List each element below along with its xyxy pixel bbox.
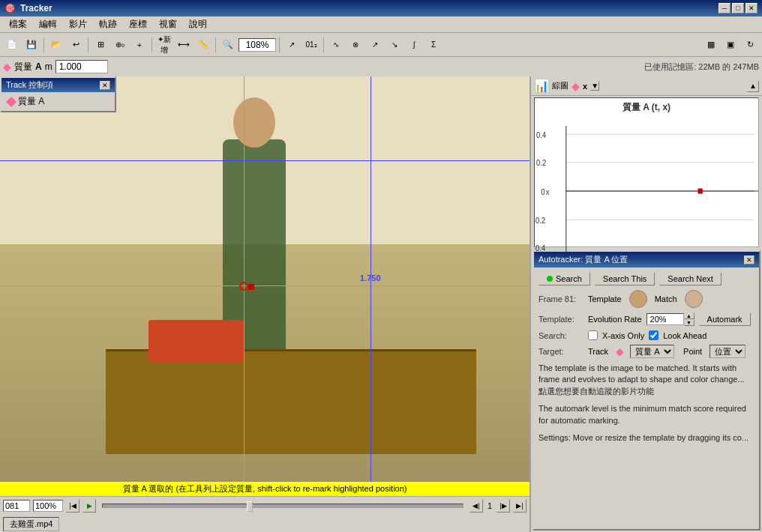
player-play[interactable]: ▶ [82,499,96,513]
template-section-label: Template: [538,315,584,324]
video-image: 1.750 [0,76,530,496]
menu-help[interactable]: 說明 [183,16,213,32]
template-row: Template: Evolution Rate ▲ ▼ Automark [538,312,754,326]
menu-edit[interactable]: 編輯 [33,16,63,32]
point-label: Point [683,347,702,356]
graph-collapse[interactable]: ▲ [747,80,759,92]
toolbar-sep5 [279,37,280,52]
minimize-button[interactable]: ─ [718,3,730,13]
toolbar-tape[interactable]: 📏 [194,36,212,54]
title-bar-text: Tracker [20,3,718,13]
toolbar-right1[interactable]: ▦ [702,36,720,54]
spin-down[interactable]: ▼ [684,319,694,326]
automark-button[interactable]: Automark [699,312,751,326]
toolbar-save[interactable]: 💾 [22,36,40,54]
maximize-button[interactable]: □ [732,3,744,13]
graph-title: 質量 A (t, x) [535,98,758,117]
xaxis-checkbox[interactable] [588,330,598,340]
main-area: Track 控制項 ✕ 質量 A [0,76,762,532]
menu-video[interactable]: 影片 [63,16,93,32]
autotracker-panel: Autotracker: 質量 A 位置 ✕ Search Search Thi… [532,250,760,531]
vertical-crosshair-blue [370,76,371,496]
search-options-row: Search: X-axis Only Look Ahead [538,330,754,340]
target-label: Target: [538,347,584,356]
menu-window[interactable]: 視窗 [153,16,183,32]
toolbar-refresh[interactable]: ↻ [741,36,759,54]
filename-tag: 去雞蛋.mp4 [3,517,59,531]
svg-text:0: 0 [541,187,545,196]
toolbar-new[interactable]: 📄 [3,36,21,54]
player-next-frame[interactable]: |▶ [496,499,510,513]
scrubber-handle[interactable] [247,501,253,512]
toolbar-axes[interactable]: + [130,36,148,54]
mass-select[interactable]: 質量 A [630,345,674,358]
track-header: ◆ 質量 A m 已使用記憶區: 22MB 的 247MB [0,57,762,76]
toolbar-curve5[interactable]: ∫ [405,36,423,54]
autotracker-desc3: Settings: Move or resize the template by… [538,432,754,444]
search-button[interactable]: Search [538,272,590,285]
video-panel: Track 控制項 ✕ 質量 A [0,76,530,532]
toolbar-sep1 [44,37,44,52]
toolbar-grid[interactable]: ⊞ [92,36,110,54]
search-this-button[interactable]: Search This [595,272,656,285]
menu-track[interactable]: 軌跡 [93,16,123,32]
track-control-close[interactable]: ✕ [100,81,110,90]
search-buttons-row: Search Search This Search Next [538,272,754,285]
track-control-title: Track 控制項 [6,79,53,91]
spin-up[interactable]: ▲ [684,312,694,319]
svg-text:0.4: 0.4 [536,130,547,139]
player-skip-end[interactable]: ▶| [513,499,526,513]
toolbar-curve3[interactable]: ↗ [366,36,384,54]
header-diamond-icon: ◆ [3,61,11,73]
toolbar-open[interactable]: 📂 [47,36,65,54]
search-next-button[interactable]: Search Next [659,272,722,285]
graph-dropdown[interactable]: ▼ [590,81,599,91]
autotracker-desc2: The automark level is the minimum match … [538,403,754,426]
title-bar: 🎯 Tracker ─ □ ✕ [0,0,762,16]
toolbar-sep2 [88,37,88,52]
player-zoom-input[interactable] [33,500,63,512]
lookahead-checkbox[interactable] [649,330,658,340]
mass-input[interactable] [56,60,108,73]
track-header-m: m [45,61,52,72]
scrubber-track[interactable] [102,504,464,508]
toolbar-sep4 [215,37,216,52]
svg-text:0.2: 0.2 [536,159,547,168]
toolbar-curve6[interactable]: Σ [424,36,442,54]
svg-rect-13 [698,189,702,194]
frame-input[interactable] [3,500,30,512]
toolbar-calibrate[interactable]: ⟷ [175,36,193,54]
track-marker-square [248,284,254,290]
pos-select[interactable]: 位置 [710,345,746,358]
graph-header: 📊 綜圖 ◆ x ▼ ▲ [531,76,762,96]
frame-row: Frame 81: Template Match [538,290,754,308]
track-header-label1: 質量 [14,61,32,73]
toolbar-zoom[interactable]: 🔍 [219,36,237,54]
toolbar-new-mass[interactable]: ✦新增 [155,36,173,54]
track-item-massA[interactable]: 質量 A [2,92,115,111]
toolbar-curve2[interactable]: ⊗ [346,36,364,54]
toolbar-mass[interactable]: ⊕₀ [111,36,129,54]
zoom-display: 108% [238,38,276,52]
graph-svg: 0.4 0.2 0 -0.2 -0.4 x [535,117,758,265]
track-marker-circle [239,282,248,291]
graph-diamond-icon: ◆ [572,80,580,92]
toolbar-curve4[interactable]: ↘ [386,36,404,54]
evolution-input[interactable] [646,313,684,325]
player-skip-start[interactable]: |◀ [66,499,80,513]
player-prev-frame[interactable]: ◀| [470,499,483,513]
toolbar-right2[interactable]: ▣ [722,36,740,54]
horizontal-crosshair [0,285,530,286]
toolbar-motion2[interactable]: 01₂ [302,36,320,54]
toolbar: 📄 💾 📂 ↩ ⊞ ⊕₀ + ✦新增 ⟷ 📏 🔍 108% ↗ 01₂ ∿ ⊗ … [0,33,762,57]
autotracker-desc1: The template is the image to be matched.… [538,363,754,397]
menu-coords[interactable]: 座標 [123,16,153,32]
video-canvas[interactable]: 1.750 [0,76,530,496]
close-button[interactable]: ✕ [746,3,758,13]
toolbar-motion1[interactable]: ↗ [283,36,301,54]
evolution-label: Evolution Rate [588,315,642,324]
toolbar-undo[interactable]: ↩ [67,36,85,54]
graph-type-icon[interactable]: 📊 [534,79,549,93]
menu-file[interactable]: 檔案 [3,16,33,32]
toolbar-curve1[interactable]: ∿ [327,36,345,54]
